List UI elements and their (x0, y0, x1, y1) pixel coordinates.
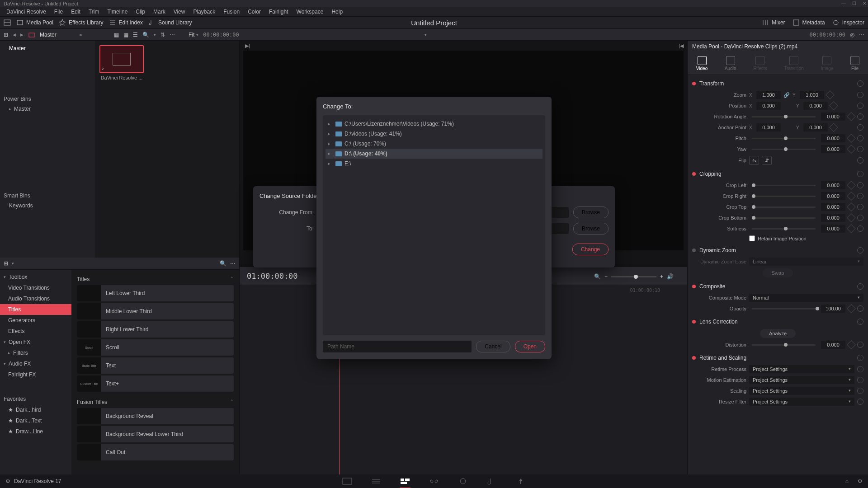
to-label: To: (259, 225, 314, 232)
tree-item[interactable]: ▸E:\ (326, 159, 542, 169)
folder-icon (335, 131, 342, 136)
tree-item[interactable]: ▸C:\Users\Lizenznehmer\Videos (Usage: 71… (326, 119, 542, 129)
path-input[interactable]: Path Name (323, 341, 472, 352)
folder-tree: ▸C:\Users\Lizenznehmer\Videos (Usage: 71… (323, 115, 545, 335)
cancel-button[interactable]: Cancel (476, 341, 510, 352)
tree-label: D:\videos (Usage: 41%) (344, 131, 402, 137)
tree-label: C:\ (Usage: 70%) (344, 141, 386, 147)
browse-to-button[interactable]: Browse (573, 223, 609, 235)
folder-icon (335, 161, 342, 166)
tree-label: E:\ (344, 160, 351, 167)
folder-icon (335, 141, 342, 146)
tree-item[interactable]: ▸C:\ (Usage: 70%) (326, 139, 542, 149)
change-button[interactable]: Change (572, 244, 609, 255)
tree-label: D:\ (Usage: 40%) (344, 150, 387, 157)
open-button[interactable]: Open (515, 341, 545, 352)
placeholder-text: Path Name (327, 343, 354, 350)
tree-item[interactable]: ▸D:\videos (Usage: 41%) (326, 129, 542, 139)
from-label: Change From: (259, 209, 314, 216)
folder-icon (335, 151, 342, 156)
tree-label: C:\Users\Lizenznehmer\Videos (Usage: 71%… (344, 121, 454, 127)
folder-icon (335, 122, 342, 127)
dialog-title: Change To: (323, 103, 545, 110)
change-to-dialog: Change To: ▸C:\Users\Lizenznehmer\Videos… (316, 97, 552, 359)
browse-from-button[interactable]: Browse (573, 206, 609, 218)
tree-item-selected[interactable]: ▸D:\ (Usage: 40%) (326, 149, 542, 159)
